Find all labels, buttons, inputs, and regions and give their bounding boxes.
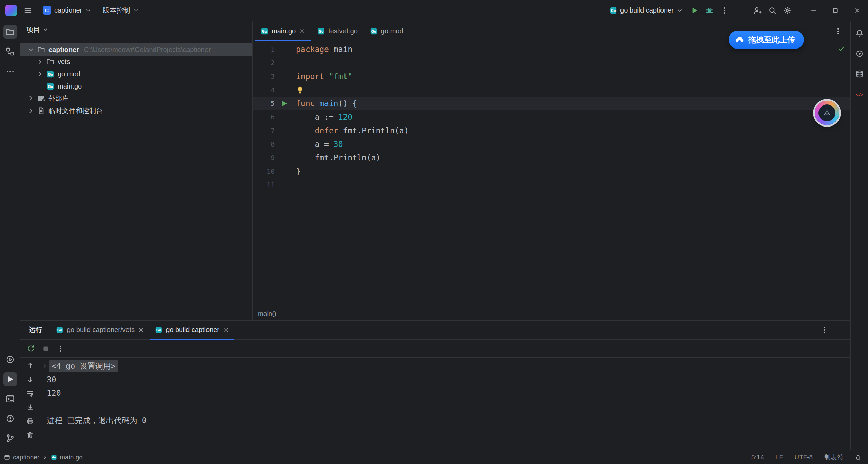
code-area[interactable]: 1package main23import "fmt"45func main()… xyxy=(253,41,850,307)
debug-button[interactable] xyxy=(702,4,717,17)
svg-text:Go: Go xyxy=(319,29,324,33)
statusbar-file-widget[interactable]: Go main.go xyxy=(51,453,83,461)
add-user-button[interactable] xyxy=(750,4,765,17)
svg-text:Go: Go xyxy=(52,456,56,459)
go-file-icon: Go xyxy=(56,326,63,334)
tree-item[interactable]: captionerC:\Users\meowr\GolandProjects\c… xyxy=(20,43,252,56)
code-line[interactable]: 11 xyxy=(253,178,850,192)
console-folded-region[interactable]: <4 go 设置调用> xyxy=(49,360,118,372)
database-toolwindow-button[interactable] xyxy=(853,67,866,81)
search-everywhere-button[interactable] xyxy=(765,4,780,17)
notifications-button[interactable] xyxy=(853,26,866,40)
code-line[interactable]: 10} xyxy=(253,165,850,178)
code-line[interactable]: 4 xyxy=(253,83,850,97)
code-line[interactable]: 9 fmt.Println(a) xyxy=(253,151,850,165)
run-config-widget[interactable]: Go go build captioner xyxy=(606,4,687,17)
project-toolwindow-button[interactable] xyxy=(3,25,17,39)
code-text: import "fmt" xyxy=(294,72,352,81)
run-tab[interactable]: Gogo build captioner/vets xyxy=(51,321,150,339)
structure-toolwindow-button[interactable] xyxy=(3,45,17,58)
tree-item[interactable]: Gomain.go xyxy=(20,80,252,92)
structure-icon xyxy=(6,47,15,56)
kebab-icon xyxy=(824,327,825,333)
editor-tab[interactable]: Gomain.go xyxy=(255,21,311,41)
code-line[interactable]: 7 defer fmt.Println(a) xyxy=(253,124,850,137)
version-control-toolwindow-button[interactable] xyxy=(3,431,17,445)
scratch-icon xyxy=(37,107,45,115)
run-header-actions xyxy=(818,321,850,339)
print-button[interactable] xyxy=(24,415,36,427)
code-text: a = 30 xyxy=(294,140,343,149)
printer-icon xyxy=(26,418,34,425)
titlebar-more-button[interactable] xyxy=(717,4,732,17)
editor-tabs-more-button[interactable] xyxy=(831,24,846,38)
tree-item[interactable]: Gogo.mod xyxy=(20,68,252,80)
code-line[interactable]: 5func main() { xyxy=(253,97,850,110)
minimize-button[interactable] xyxy=(803,0,825,21)
problems-toolwindow-button[interactable] xyxy=(3,412,17,425)
code-line[interactable]: 3import "fmt" xyxy=(253,70,850,83)
editor-tab[interactable]: Gotestvet.go xyxy=(311,21,364,41)
tab-close-button[interactable] xyxy=(138,327,144,333)
line-number: 8 xyxy=(253,140,275,148)
project-widget[interactable]: C captioner xyxy=(39,4,95,17)
more-toolwindows-button[interactable] xyxy=(3,64,17,78)
run-panel-more-button[interactable] xyxy=(818,324,830,336)
editor-tab[interactable]: Gogo.mod xyxy=(364,21,410,41)
caret-position-widget[interactable]: 5:14 xyxy=(751,453,764,461)
code-text: defer fmt.Println(a) xyxy=(294,126,409,135)
line-number: 1 xyxy=(253,45,275,53)
hide-toolwindow-button[interactable] xyxy=(832,324,844,336)
upload-drop-overlay[interactable]: 拖拽至此上传 xyxy=(729,31,804,49)
line-number: 5 xyxy=(253,99,275,108)
maximize-button[interactable] xyxy=(825,0,846,21)
run-tab[interactable]: Gogo build captioner xyxy=(150,321,234,339)
code-line[interactable]: 2 xyxy=(253,56,850,70)
run-line-button[interactable] xyxy=(280,100,288,108)
tab-label: go build captioner xyxy=(166,326,219,334)
settings-button[interactable] xyxy=(780,4,795,17)
run-toolbar-more-button[interactable] xyxy=(55,343,66,354)
line-separator-widget[interactable]: LF xyxy=(775,453,783,461)
tab-close-button[interactable] xyxy=(223,327,229,333)
next-occurrence-button[interactable] xyxy=(24,374,36,385)
chevron-right-icon xyxy=(27,95,35,102)
prev-occurrence-button[interactable] xyxy=(24,360,36,371)
services-toolwindow-button[interactable] xyxy=(3,353,17,366)
statusbar-project-widget[interactable]: captioner xyxy=(4,453,39,461)
tree-item[interactable]: 外部库 xyxy=(20,92,252,104)
run-console[interactable]: <4 go 设置调用>30120 进程 已完成，退出代码为 0 xyxy=(40,358,850,450)
close-button[interactable] xyxy=(846,0,868,21)
ai-assistant-button[interactable] xyxy=(853,47,866,60)
indent-style-widget[interactable]: 制表符 xyxy=(824,453,844,462)
clear-console-button[interactable] xyxy=(24,429,36,441)
endpoints-toolwindow-button[interactable]: </> xyxy=(853,88,866,101)
console-toolbar xyxy=(20,358,40,450)
run-toolwindow-button[interactable] xyxy=(3,372,17,386)
encoding-widget[interactable]: UTF-8 xyxy=(794,453,813,461)
terminal-toolwindow-button[interactable] xyxy=(3,392,17,406)
tree-item[interactable]: 临时文件和控制台 xyxy=(20,104,252,117)
breadcrumb-context[interactable]: main() xyxy=(258,310,276,317)
readonly-lock-button[interactable] xyxy=(855,454,861,460)
code-line[interactable]: 6 a := 120 xyxy=(253,110,850,124)
lightbulb-icon[interactable] xyxy=(296,86,304,94)
stop-button[interactable] xyxy=(40,343,52,354)
floating-assistant-widget[interactable] xyxy=(815,101,839,125)
tab-close-button[interactable] xyxy=(299,28,305,34)
rerun-button[interactable] xyxy=(25,343,37,354)
code-text: package main xyxy=(294,45,352,54)
soft-wrap-button[interactable] xyxy=(24,388,36,399)
inspections-status-widget[interactable] xyxy=(837,45,845,54)
statusbar-breadcrumb: captioner Go main.go xyxy=(4,453,83,461)
tree-item[interactable]: vets xyxy=(20,56,252,68)
center-column: 项目 captionerC:\Users\meowr\GolandProject… xyxy=(20,21,850,450)
run-panel: 运行 Gogo build captioner/vetsGogo build c… xyxy=(20,320,850,450)
run-button[interactable] xyxy=(687,4,702,17)
code-line[interactable]: 8 a = 30 xyxy=(253,137,850,151)
scroll-to-end-button[interactable] xyxy=(24,402,36,413)
vcs-widget[interactable]: 版本控制 xyxy=(99,4,143,17)
project-panel-header[interactable]: 项目 xyxy=(20,21,252,38)
svg-text:</>: </> xyxy=(856,92,863,97)
main-menu-button[interactable] xyxy=(20,4,35,17)
